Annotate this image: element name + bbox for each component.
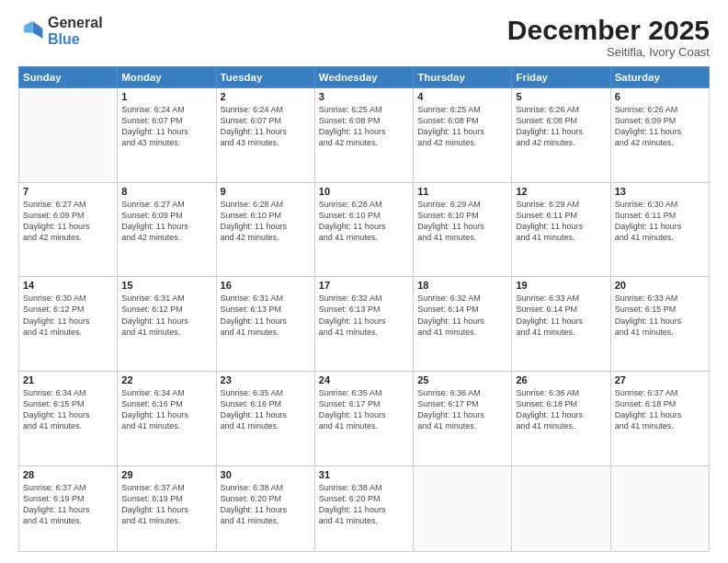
location: Seitifla, Ivory Coast (507, 45, 710, 59)
day-number: 10 (319, 186, 409, 197)
day-number: 9 (221, 186, 311, 197)
logo-blue-label: Blue (48, 31, 103, 48)
cell-info: Sunrise: 6:34 AM Sunset: 6:15 PM Dayligh… (23, 387, 113, 432)
calendar-week-row: 28Sunrise: 6:37 AM Sunset: 6:19 PM Dayli… (19, 465, 710, 551)
cell-info: Sunrise: 6:38 AM Sunset: 6:20 PM Dayligh… (221, 482, 311, 527)
day-number: 22 (121, 374, 211, 385)
table-row: 15Sunrise: 6:31 AM Sunset: 6:12 PM Dayli… (118, 277, 216, 372)
table-row: 29Sunrise: 6:37 AM Sunset: 6:19 PM Dayli… (118, 465, 216, 551)
table-row (19, 88, 118, 183)
table-row: 26Sunrise: 6:36 AM Sunset: 6:18 PM Dayli… (512, 371, 610, 465)
day-number: 16 (221, 280, 311, 291)
cell-info: Sunrise: 6:35 AM Sunset: 6:17 PM Dayligh… (319, 387, 409, 432)
cell-info: Sunrise: 6:24 AM Sunset: 6:07 PM Dayligh… (121, 104, 211, 149)
day-number: 6 (615, 91, 705, 102)
cell-info: Sunrise: 6:30 AM Sunset: 6:12 PM Dayligh… (23, 293, 113, 338)
cell-info: Sunrise: 6:33 AM Sunset: 6:14 PM Dayligh… (516, 293, 606, 338)
cell-info: Sunrise: 6:29 AM Sunset: 6:11 PM Dayligh… (516, 199, 606, 244)
table-row: 11Sunrise: 6:29 AM Sunset: 6:10 PM Dayli… (414, 182, 512, 277)
cell-info: Sunrise: 6:25 AM Sunset: 6:08 PM Dayligh… (319, 104, 409, 149)
table-row: 30Sunrise: 6:38 AM Sunset: 6:20 PM Dayli… (216, 465, 314, 551)
table-row: 5Sunrise: 6:26 AM Sunset: 6:08 PM Daylig… (512, 88, 610, 183)
cell-info: Sunrise: 6:24 AM Sunset: 6:07 PM Dayligh… (221, 104, 311, 149)
table-row: 14Sunrise: 6:30 AM Sunset: 6:12 PM Dayli… (19, 277, 118, 372)
table-row (610, 465, 709, 551)
day-number: 4 (417, 91, 507, 102)
cell-info: Sunrise: 6:26 AM Sunset: 6:09 PM Dayligh… (615, 104, 705, 149)
svg-marker-0 (33, 21, 43, 39)
day-number: 24 (319, 374, 409, 385)
cell-info: Sunrise: 6:29 AM Sunset: 6:10 PM Dayligh… (417, 199, 507, 244)
page: General Blue December 2025 Seitifla, Ivo… (0, 0, 728, 563)
table-row: 20Sunrise: 6:33 AM Sunset: 6:15 PM Dayli… (610, 277, 709, 372)
cell-info: Sunrise: 6:37 AM Sunset: 6:19 PM Dayligh… (121, 482, 211, 527)
table-row: 10Sunrise: 6:28 AM Sunset: 6:10 PM Dayli… (314, 182, 413, 277)
cell-info: Sunrise: 6:26 AM Sunset: 6:08 PM Dayligh… (516, 104, 606, 149)
col-monday: Monday (118, 67, 216, 88)
month-title: December 2025 (507, 15, 710, 45)
header: General Blue December 2025 Seitifla, Ivo… (18, 15, 710, 59)
col-friday: Friday (512, 67, 610, 88)
logo: General Blue (18, 15, 103, 47)
cell-info: Sunrise: 6:36 AM Sunset: 6:18 PM Dayligh… (516, 387, 606, 432)
cell-info: Sunrise: 6:28 AM Sunset: 6:10 PM Dayligh… (221, 199, 311, 244)
calendar-week-row: 1Sunrise: 6:24 AM Sunset: 6:07 PM Daylig… (19, 88, 710, 183)
logo-text: General Blue (48, 15, 103, 47)
col-sunday: Sunday (19, 67, 118, 88)
calendar-week-row: 7Sunrise: 6:27 AM Sunset: 6:09 PM Daylig… (19, 182, 710, 277)
table-row: 13Sunrise: 6:30 AM Sunset: 6:11 PM Dayli… (610, 182, 709, 277)
day-number: 5 (516, 91, 606, 102)
day-number: 30 (221, 469, 311, 480)
cell-info: Sunrise: 6:37 AM Sunset: 6:18 PM Dayligh… (615, 387, 705, 432)
cell-info: Sunrise: 6:38 AM Sunset: 6:20 PM Dayligh… (319, 482, 409, 527)
day-number: 3 (319, 91, 409, 102)
title-block: December 2025 Seitifla, Ivory Coast (507, 15, 710, 59)
table-row: 24Sunrise: 6:35 AM Sunset: 6:17 PM Dayli… (314, 371, 413, 465)
table-row: 28Sunrise: 6:37 AM Sunset: 6:19 PM Dayli… (19, 465, 118, 551)
day-number: 1 (121, 91, 211, 102)
calendar-week-row: 14Sunrise: 6:30 AM Sunset: 6:12 PM Dayli… (19, 277, 710, 372)
cell-info: Sunrise: 6:30 AM Sunset: 6:11 PM Dayligh… (615, 199, 705, 244)
cell-info: Sunrise: 6:33 AM Sunset: 6:15 PM Dayligh… (615, 293, 705, 338)
col-tuesday: Tuesday (216, 67, 314, 88)
day-number: 19 (516, 280, 606, 291)
table-row: 25Sunrise: 6:36 AM Sunset: 6:17 PM Dayli… (414, 371, 512, 465)
table-row: 23Sunrise: 6:35 AM Sunset: 6:16 PM Dayli… (216, 371, 314, 465)
table-row: 12Sunrise: 6:29 AM Sunset: 6:11 PM Dayli… (512, 182, 610, 277)
cell-info: Sunrise: 6:37 AM Sunset: 6:19 PM Dayligh… (23, 482, 113, 527)
day-number: 29 (121, 469, 211, 480)
table-row: 9Sunrise: 6:28 AM Sunset: 6:10 PM Daylig… (216, 182, 314, 277)
day-number: 25 (417, 374, 507, 385)
calendar-table: Sunday Monday Tuesday Wednesday Thursday… (18, 66, 710, 552)
day-number: 8 (121, 186, 211, 197)
cell-info: Sunrise: 6:34 AM Sunset: 6:16 PM Dayligh… (121, 387, 211, 432)
table-row: 21Sunrise: 6:34 AM Sunset: 6:15 PM Dayli… (19, 371, 118, 465)
svg-marker-1 (24, 21, 32, 32)
table-row: 4Sunrise: 6:25 AM Sunset: 6:08 PM Daylig… (414, 88, 512, 183)
table-row (512, 465, 610, 551)
calendar-week-row: 21Sunrise: 6:34 AM Sunset: 6:15 PM Dayli… (19, 371, 710, 465)
day-number: 21 (23, 374, 113, 385)
table-row: 31Sunrise: 6:38 AM Sunset: 6:20 PM Dayli… (314, 465, 413, 551)
cell-info: Sunrise: 6:36 AM Sunset: 6:17 PM Dayligh… (417, 387, 507, 432)
table-row: 27Sunrise: 6:37 AM Sunset: 6:18 PM Dayli… (610, 371, 709, 465)
day-number: 13 (615, 186, 705, 197)
day-number: 18 (417, 280, 507, 291)
table-row: 8Sunrise: 6:27 AM Sunset: 6:09 PM Daylig… (118, 182, 216, 277)
table-row: 17Sunrise: 6:32 AM Sunset: 6:13 PM Dayli… (314, 277, 413, 372)
table-row: 18Sunrise: 6:32 AM Sunset: 6:14 PM Dayli… (414, 277, 512, 372)
table-row: 7Sunrise: 6:27 AM Sunset: 6:09 PM Daylig… (19, 182, 118, 277)
table-row: 19Sunrise: 6:33 AM Sunset: 6:14 PM Dayli… (512, 277, 610, 372)
cell-info: Sunrise: 6:31 AM Sunset: 6:13 PM Dayligh… (221, 293, 311, 338)
col-saturday: Saturday (610, 67, 709, 88)
table-row: 1Sunrise: 6:24 AM Sunset: 6:07 PM Daylig… (118, 88, 216, 183)
day-number: 28 (23, 469, 113, 480)
day-number: 31 (319, 469, 409, 480)
day-number: 15 (121, 280, 211, 291)
day-number: 26 (516, 374, 606, 385)
logo-icon (18, 18, 44, 44)
day-number: 20 (615, 280, 705, 291)
day-number: 27 (615, 374, 705, 385)
table-row: 2Sunrise: 6:24 AM Sunset: 6:07 PM Daylig… (216, 88, 314, 183)
cell-info: Sunrise: 6:28 AM Sunset: 6:10 PM Dayligh… (319, 199, 409, 244)
